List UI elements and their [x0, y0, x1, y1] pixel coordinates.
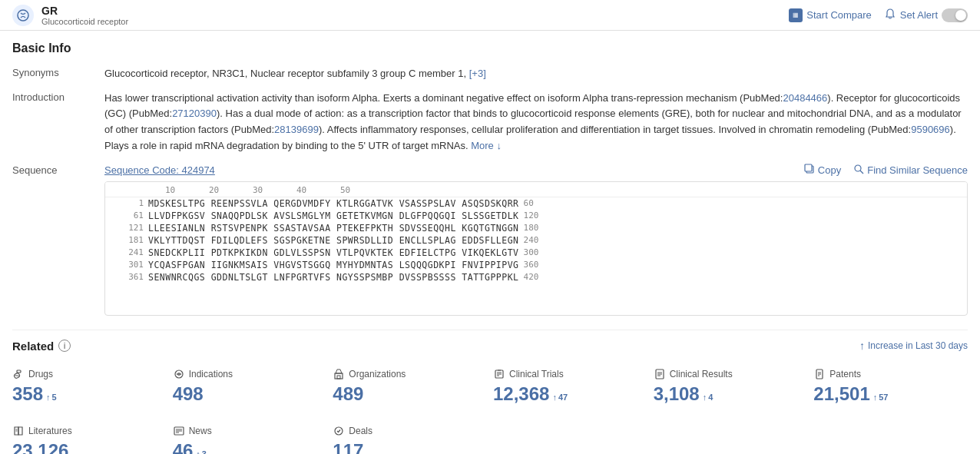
patents-value: 21,501 ↑ 57 — [813, 383, 968, 405]
header: GR Glucocorticoid receptor ▦ Start Compa… — [0, 0, 980, 31]
drugs-label: Drugs — [28, 369, 53, 379]
pubmed-link-2[interactable]: 27120390 — [172, 108, 217, 119]
news-delta-icon: ↑ — [196, 449, 200, 454]
intro-text-1: Has lower transcriptional activation act… — [104, 92, 783, 104]
news-delta-value: 3 — [202, 449, 207, 454]
news-icon — [173, 425, 185, 437]
sequence-content: Sequence Code: 424974 Copy — [104, 164, 968, 316]
news-count: 46 — [173, 440, 194, 454]
alert-toggle[interactable] — [942, 8, 968, 22]
deals-icon — [333, 425, 345, 437]
clinical-trials-delta-icon: ↑ — [552, 393, 557, 402]
increase-label: Increase in Last 30 days — [868, 340, 968, 351]
stat-card-organizations[interactable]: Organizations 489 — [333, 363, 487, 409]
pubmed-link-1[interactable]: 20484466 — [783, 92, 827, 104]
patents-count: 21,501 — [813, 383, 869, 405]
stat-header-news: News — [173, 425, 327, 437]
gene-icon — [12, 5, 34, 26]
news-delta: ↑ 3 — [196, 449, 207, 454]
clinical-results-label: Clinical Results — [670, 369, 733, 379]
start-compare-button[interactable]: ▦ Start Compare — [789, 8, 872, 22]
seq-row-7: 361 SENWNRCQGS GDDNLTSLGT LNFPGRTVFS NGY… — [105, 271, 967, 283]
drugs-delta: ↑ 5 — [46, 393, 57, 402]
drugs-delta-value: 5 — [52, 393, 57, 402]
deals-count: 117 — [333, 440, 363, 454]
header-right: ▦ Start Compare Set Alert — [789, 8, 968, 22]
news-value: 46 ↑ 3 — [173, 440, 327, 454]
clinical-results-delta-value: 4 — [708, 393, 713, 402]
compare-label: Start Compare — [806, 9, 872, 21]
synonyms-label: Synonyms — [12, 66, 104, 78]
stat-header-clinical-results: Clinical Results — [654, 368, 808, 380]
related-label: Related — [12, 340, 54, 353]
stat-card-patents[interactable]: Patents 21,501 ↑ 57 — [813, 363, 968, 409]
stat-header-patents: Patents — [813, 368, 968, 380]
gene-full-name: Glucocorticoid receptor — [41, 17, 128, 26]
clinical-trials-count: 12,368 — [493, 383, 549, 405]
seq-row-3: 121 LLEESIANLN RSTSVPENPK SSASTAVSAA PTE… — [105, 222, 967, 234]
organizations-count: 489 — [333, 383, 363, 405]
pubmed-link-3[interactable]: 28139699 — [274, 124, 319, 135]
drugs-value: 358 ↑ 5 — [12, 383, 167, 405]
find-similar-icon — [853, 164, 864, 177]
header-left: GR Glucocorticoid receptor — [12, 5, 128, 26]
synonyms-more-link[interactable]: [+3] — [469, 68, 486, 79]
gene-abbr: GR — [41, 5, 128, 17]
svg-point-9 — [178, 373, 180, 375]
patents-label: Patents — [829, 369, 861, 379]
synonyms-value: Glucocorticoid receptor, NR3C1, Nuclear … — [104, 66, 968, 81]
organizations-label: Organizations — [349, 369, 406, 379]
drugs-count: 358 — [12, 383, 43, 405]
patents-delta: ↑ 57 — [873, 393, 889, 402]
compare-icon: ▦ — [789, 8, 803, 22]
seq-row-6: 301 YCQASFPGAN IIGNKMSAIS VHGVSTSGGQ MYH… — [105, 259, 967, 271]
sequence-box[interactable]: 10 20 30 40 50 1 MDSKESLTPG REENPSSVLA Q… — [104, 181, 968, 316]
pubmed-link-4[interactable]: 9590696 — [911, 124, 950, 135]
clinical-trials-delta: ↑ 47 — [552, 393, 568, 402]
indications-value: 498 — [173, 383, 327, 405]
clinical-trials-icon — [493, 368, 505, 380]
stat-card-literatures[interactable]: Literatures 23,126 — [12, 420, 167, 454]
clinical-results-delta-icon: ↑ — [703, 393, 707, 402]
clinical-trials-value: 12,368 ↑ 47 — [493, 383, 647, 405]
stat-card-clinical-trials[interactable]: Clinical Trials 12,368 ↑ 47 — [493, 363, 647, 409]
stat-card-clinical-results[interactable]: Clinical Results 3,108 ↑ 4 — [654, 363, 808, 409]
clinical-trials-delta-value: 47 — [558, 393, 568, 402]
more-link[interactable]: More ↓ — [471, 140, 502, 151]
seq-row-4: 181 VKLYTTDQST FDILQDLEFS SGSPGKETNE SPW… — [105, 234, 967, 247]
synonyms-row: Synonyms Glucocorticoid receptor, NR3C1,… — [12, 66, 968, 81]
related-info-icon[interactable]: i — [58, 340, 71, 352]
introduction-row: Introduction Has lower transcriptional a… — [12, 91, 968, 154]
sequence-header: Sequence Code: 424974 Copy — [104, 164, 968, 177]
related-title: Related i — [12, 340, 71, 353]
patents-icon — [813, 368, 826, 380]
find-similar-label: Find Similar Sequence — [867, 164, 968, 176]
increase-badge: ↑ Increase in Last 30 days — [859, 340, 968, 352]
drugs-icon — [12, 368, 25, 380]
patents-delta-icon: ↑ — [873, 393, 878, 402]
gene-title: GR Glucocorticoid receptor — [41, 5, 128, 26]
svg-rect-11 — [337, 376, 340, 379]
svg-point-0 — [18, 10, 28, 21]
set-alert-button[interactable]: Set Alert — [884, 8, 968, 22]
stat-card-news[interactable]: News 46 ↑ 3 — [173, 420, 327, 454]
sequence-code[interactable]: Sequence Code: 424974 — [104, 164, 215, 176]
clinical-results-delta: ↑ 4 — [703, 393, 713, 402]
news-label: News — [189, 426, 212, 436]
stats-grid-row1: Drugs 358 ↑ 5 — [12, 363, 968, 409]
find-similar-button[interactable]: Find Similar Sequence — [853, 164, 968, 177]
indications-icon — [173, 368, 185, 380]
stat-card-indications[interactable]: Indications 498 — [173, 363, 327, 409]
stat-card-deals[interactable]: Deals 117 — [333, 420, 487, 454]
stat-card-drugs[interactable]: Drugs 358 ↑ 5 — [12, 363, 167, 409]
literatures-label: Literatures — [28, 426, 72, 436]
copy-button[interactable]: Copy — [804, 164, 841, 177]
related-header: Related i ↑ Increase in Last 30 days — [12, 340, 968, 353]
seq-row-2: 61 LLVDFPKGSV SNAQQPDLSK AVSLSMGLYM GETE… — [105, 210, 967, 222]
deals-value: 117 — [333, 440, 487, 454]
alert-label: Set Alert — [900, 9, 938, 21]
copy-label: Copy — [818, 164, 841, 176]
literatures-icon — [12, 425, 25, 437]
deals-label: Deals — [349, 426, 372, 436]
increase-arrow-icon: ↑ — [859, 340, 865, 352]
